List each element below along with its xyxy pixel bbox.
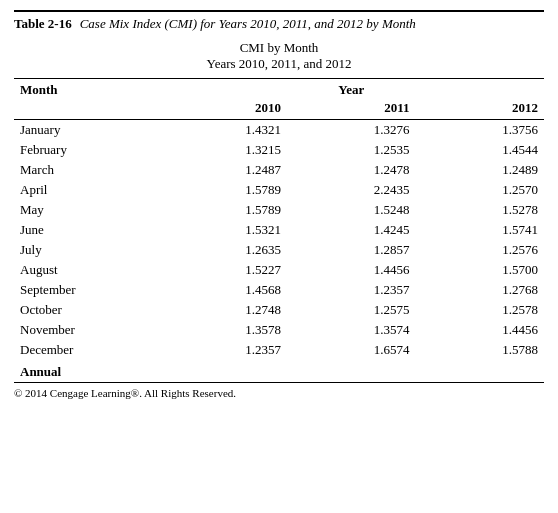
- table-row: November1.35781.35741.4456: [14, 320, 544, 340]
- table-caption-row: Table 2-16 Case Mix Index (CMI) for Year…: [14, 10, 544, 32]
- footer-text: © 2014 Cengage Learning®. All Rights Res…: [14, 383, 544, 400]
- month-col-header: Month: [14, 79, 159, 100]
- cell-month: September: [14, 280, 159, 300]
- table-row: August1.52271.44561.5700: [14, 260, 544, 280]
- footer-row: © 2014 Cengage Learning®. All Rights Res…: [14, 383, 544, 400]
- cell-month: April: [14, 180, 159, 200]
- cell-month: January: [14, 120, 159, 141]
- cell-month: March: [14, 160, 159, 180]
- cell-value: 1.4321: [159, 120, 287, 141]
- cell-value: 1.4544: [416, 140, 545, 160]
- cell-value: 1.5741: [416, 220, 545, 240]
- table-row: May1.57891.52481.5278: [14, 200, 544, 220]
- cell-value: 1.3578: [159, 320, 287, 340]
- table-row: January1.43211.32761.3756: [14, 120, 544, 141]
- cell-value: 1.3215: [159, 140, 287, 160]
- cell-value: 1.2575: [287, 300, 415, 320]
- cell-month: August: [14, 260, 159, 280]
- cell-value: 1.2748: [159, 300, 287, 320]
- cell-value: 1.3276: [287, 120, 415, 141]
- cell-value: 1.2489: [416, 160, 545, 180]
- cell-month: October: [14, 300, 159, 320]
- annual-value-cell: [416, 360, 545, 383]
- cell-value: 1.4245: [287, 220, 415, 240]
- cell-month: November: [14, 320, 159, 340]
- cell-value: 1.2478: [287, 160, 415, 180]
- cell-month: July: [14, 240, 159, 260]
- cell-value: 1.5321: [159, 220, 287, 240]
- cmi-table: Month Year 2010 2011 2012 January1.43211…: [14, 78, 544, 399]
- table-row: October1.27481.25751.2578: [14, 300, 544, 320]
- cell-value: 1.4568: [159, 280, 287, 300]
- cell-value: 1.2576: [416, 240, 545, 260]
- annual-value-cell: [159, 360, 287, 383]
- cell-value: 1.5700: [416, 260, 545, 280]
- cell-value: 1.3756: [416, 120, 545, 141]
- cell-value: 1.6574: [287, 340, 415, 360]
- annual-row: Annual: [14, 360, 544, 383]
- year-2011-header: 2011: [287, 99, 415, 120]
- table-row: September1.45681.23571.2768: [14, 280, 544, 300]
- table-row: February1.32151.25351.4544: [14, 140, 544, 160]
- cell-month: June: [14, 220, 159, 240]
- table-row: December1.23571.65741.5788: [14, 340, 544, 360]
- cell-value: 1.2357: [287, 280, 415, 300]
- year-col-header: Year: [159, 79, 544, 100]
- table-caption-text: Case Mix Index (CMI) for Years 2010, 201…: [80, 16, 416, 32]
- table-footer: © 2014 Cengage Learning®. All Rights Res…: [14, 383, 544, 400]
- cell-value: 1.2857: [287, 240, 415, 260]
- table-label: Table 2-16: [14, 16, 72, 32]
- blank-header: [14, 99, 159, 120]
- table-row: April1.57892.24351.2570: [14, 180, 544, 200]
- cell-month: February: [14, 140, 159, 160]
- cell-month: May: [14, 200, 159, 220]
- year-2010-header: 2010: [159, 99, 287, 120]
- table-row: March1.24871.24781.2489: [14, 160, 544, 180]
- table-header-years: 2010 2011 2012: [14, 99, 544, 120]
- cell-value: 1.3574: [287, 320, 415, 340]
- cell-month: December: [14, 340, 159, 360]
- cell-value: 2.2435: [287, 180, 415, 200]
- table-row: July1.26351.28571.2576: [14, 240, 544, 260]
- cell-value: 1.2357: [159, 340, 287, 360]
- cell-value: 1.5227: [159, 260, 287, 280]
- table-body: January1.43211.32761.3756February1.32151…: [14, 120, 544, 383]
- cell-value: 1.4456: [287, 260, 415, 280]
- cell-value: 1.5788: [416, 340, 545, 360]
- table-title-line1: CMI by Month: [14, 40, 544, 56]
- cell-value: 1.2768: [416, 280, 545, 300]
- cell-value: 1.2535: [287, 140, 415, 160]
- table-row: June1.53211.42451.5741: [14, 220, 544, 240]
- cell-value: 1.5789: [159, 200, 287, 220]
- cell-value: 1.2570: [416, 180, 545, 200]
- annual-value-cell: [287, 360, 415, 383]
- cell-value: 1.5789: [159, 180, 287, 200]
- cell-value: 1.5278: [416, 200, 545, 220]
- table-header-top: Month Year: [14, 79, 544, 100]
- table-title-block: CMI by Month Years 2010, 2011, and 2012: [14, 40, 544, 72]
- cell-value: 1.2487: [159, 160, 287, 180]
- cell-value: 1.2578: [416, 300, 545, 320]
- cell-value: 1.5248: [287, 200, 415, 220]
- cell-value: 1.2635: [159, 240, 287, 260]
- cell-value: 1.4456: [416, 320, 545, 340]
- year-2012-header: 2012: [416, 99, 545, 120]
- table-title-line2: Years 2010, 2011, and 2012: [14, 56, 544, 72]
- annual-label: Annual: [14, 360, 159, 383]
